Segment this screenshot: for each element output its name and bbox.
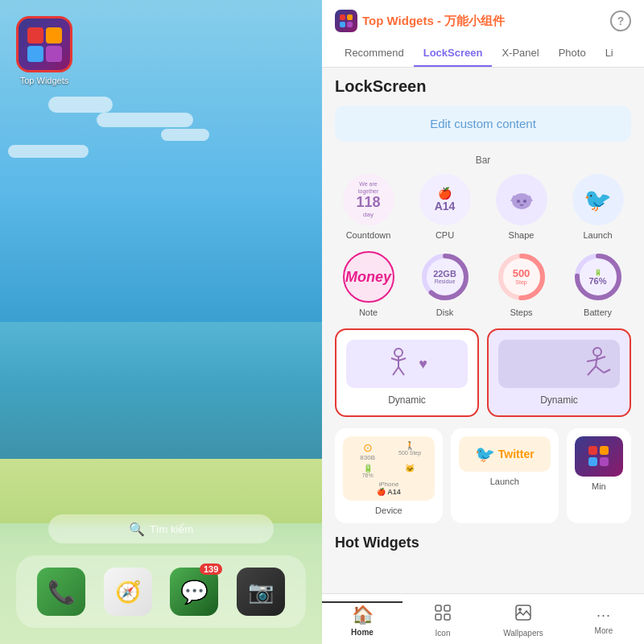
messages-badge: 139 (200, 564, 222, 575)
bottom-nav-icon[interactable]: Icon (402, 601, 483, 641)
widget-steps[interactable]: 500 Step Steps (488, 251, 555, 317)
search-bar[interactable]: 🔍 Tìm kiếm (48, 514, 274, 543)
main-content[interactable]: LockScreen Edit custom content Bar We ar… (322, 68, 644, 593)
dynamic-label-2: Dynamic (540, 394, 578, 406)
bottom-nav-wallpapers[interactable]: Wallpapers (483, 601, 564, 641)
dock-safari[interactable]: 🧭 (104, 568, 152, 616)
dynamic-label-1: Dynamic (388, 394, 426, 406)
device-iphone: iPhone 🍎 A14 (348, 481, 430, 496)
misc-launch[interactable]: 🐦 Twitter Launch (451, 428, 559, 523)
battery-label: Battery (584, 308, 612, 317)
svg-line-17 (391, 358, 398, 361)
min-widget-inner (575, 436, 623, 477)
top-widgets-app[interactable]: Top Widgets (16, 16, 72, 85)
widget-row-1: We are together 118 day Countdown 🍎 A14 … (335, 174, 631, 240)
battery-ring: 🔋 76% (572, 251, 624, 303)
dock-messages[interactable]: 💬 139 (170, 568, 218, 616)
steps-label: Steps (510, 308, 532, 317)
camera-icon: 📷 (248, 580, 274, 605)
device-stat-2: 🚶 500 Step (390, 441, 429, 461)
shape-label: Shape (509, 230, 535, 240)
widget-countdown[interactable]: We are together 118 day Countdown (335, 174, 402, 240)
app-name: Top Widgets (362, 14, 434, 27)
cat-small-icon: 🐱 (405, 464, 415, 473)
header-title-row: Top Widgets - 万能小组件 ? (335, 10, 631, 32)
svg-line-25 (588, 366, 596, 375)
cat-icon (507, 185, 536, 214)
widget-cpu[interactable]: 🍎 A14 CPU (411, 174, 478, 240)
icon-shape-blue (27, 46, 43, 62)
bottom-nav-home[interactable]: 🏠 Home (322, 601, 402, 640)
app-header: Top Widgets - 万能小组件 ? Recommend LockScre… (322, 0, 644, 68)
dock-camera[interactable]: 📷 (237, 568, 285, 616)
home-icon: 🏠 (352, 605, 374, 625)
misc-min[interactable]: Min (567, 428, 631, 523)
cloud (8, 145, 89, 158)
disk-ring: 22GB Residue (419, 251, 471, 303)
tab-xpanel[interactable]: X-Panel (492, 40, 548, 67)
run-figure-icon (583, 347, 612, 381)
more-icon: ··· (597, 607, 611, 624)
countdown-label: Countdown (346, 230, 391, 240)
cloud (161, 129, 209, 141)
widget-disk[interactable]: 22GB Residue Disk (411, 251, 478, 317)
note-text: Money (345, 269, 391, 286)
icon-shape-orange (46, 27, 62, 43)
beach-background (0, 459, 322, 523)
dynamic-widget-1[interactable]: ♥ Dynamic (335, 328, 479, 417)
svg-line-23 (587, 360, 596, 361)
safari-icon: 🧭 (115, 580, 141, 605)
dock-phone[interactable]: 📞 (37, 568, 85, 616)
svg-line-18 (398, 358, 406, 361)
icon-shape-purple (46, 46, 62, 62)
icon-grid-icon (434, 604, 452, 626)
tab-recommend[interactable]: Recommend (335, 40, 414, 67)
bar-label: Bar (335, 155, 631, 166)
twitter-orange-icon: 🐦 (475, 444, 495, 464)
svg-rect-33 (444, 605, 450, 611)
more-label: More (595, 626, 613, 635)
header-title: Top Widgets - 万能小组件 (335, 10, 505, 32)
search-text: Tìm kiếm (150, 523, 193, 535)
battery-text: 🔋 76% (588, 269, 606, 286)
launch-circle: 🐦 (572, 174, 624, 225)
launch-label-2: Launch (490, 477, 519, 486)
help-button[interactable]: ? (610, 10, 631, 31)
widget-battery[interactable]: 🔋 76% Battery (564, 251, 631, 317)
svg-rect-3 (347, 22, 353, 27)
bottom-nav-more[interactable]: ··· More (564, 604, 644, 638)
countdown-circle: We are together 118 day (343, 174, 394, 225)
app-subtitle: 万能小组件 (444, 14, 505, 27)
cpu-label: CPU (436, 230, 454, 240)
svg-point-37 (518, 608, 522, 611)
widget-launch[interactable]: 🐦 Launch (564, 174, 631, 240)
app-logo (335, 10, 357, 32)
tab-li[interactable]: Li (596, 40, 623, 67)
header-separator: - (437, 14, 444, 27)
search-icon: 🔍 (129, 522, 145, 537)
wallpaper-svg (514, 604, 532, 621)
app-icon[interactable] (16, 16, 72, 72)
dynamic-widget-2[interactable]: Dynamic (487, 328, 631, 417)
widget-note[interactable]: Money Note (335, 251, 402, 317)
svg-rect-1 (347, 14, 353, 20)
wallpapers-label: Wallpapers (503, 629, 543, 638)
svg-rect-35 (444, 614, 450, 620)
disk-label: Disk (436, 308, 453, 317)
tab-photo[interactable]: Photo (549, 40, 596, 67)
tab-lockscreen[interactable]: LockScreen (414, 40, 493, 67)
edit-custom-content-button[interactable]: Edit custom content (335, 105, 631, 142)
device-stat-1: ⊙ 830B (348, 441, 387, 461)
widget-shape[interactable]: Shape (488, 174, 555, 240)
twitter-word: Twitter (498, 448, 535, 460)
app-panel: Top Widgets - 万能小组件 ? Recommend LockScre… (322, 0, 644, 644)
heart-icon: ♥ (419, 356, 427, 373)
walk-icon: 🚶 (405, 441, 415, 450)
min-label: Min (592, 481, 606, 491)
shape-circle (496, 174, 547, 225)
launch-label: Launch (583, 230, 612, 240)
icon-label: Icon (436, 629, 451, 638)
dock: 📞 🧭 💬 139 📷 (16, 555, 306, 628)
svg-line-20 (398, 367, 404, 375)
misc-device[interactable]: ⊙ 830B 🚶 500 Step 🔋 76% 🐱 (335, 428, 443, 523)
